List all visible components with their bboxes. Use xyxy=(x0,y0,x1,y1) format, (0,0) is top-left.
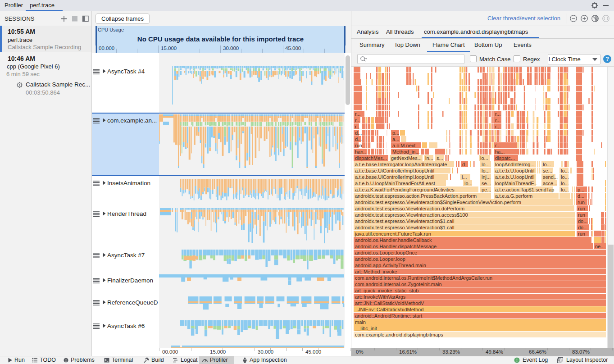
svg-text:se...: se... xyxy=(543,168,552,173)
svg-text:do...: do... xyxy=(578,218,587,224)
svg-text:lo...: lo... xyxy=(482,168,490,173)
svg-text:run: run xyxy=(578,212,585,218)
svg-text:run: run xyxy=(578,231,585,237)
svg-text:d: d xyxy=(462,162,465,167)
svg-text:lo...: lo... xyxy=(543,162,551,167)
svg-text:a.t.e.a.K.waitForPendingForegr: a.t.e.a.K.waitForPendingForegroundActivi… xyxy=(355,187,455,192)
svg-text:p...: p... xyxy=(392,130,399,136)
svg-text:a.t.e.b.U.loopUntil: a.t.e.b.U.loopUntil xyxy=(495,174,534,180)
svg-text:se...: se... xyxy=(482,181,491,186)
svg-text:androidx.test.espresso.ViewInt: androidx.test.espresso.ViewInteraction$1… xyxy=(355,218,455,224)
svg-text:in...: in... xyxy=(425,155,433,161)
svg-text:p...: p... xyxy=(578,187,584,192)
svg-text:Method_in...: Method_in... xyxy=(392,149,420,155)
svg-text:androidx.test.espresso.ViewInt: androidx.test.espresso.ViewInteraction$1… xyxy=(355,225,455,230)
svg-text:android.os.Looper.loopOnce: android.os.Looper.loopOnce xyxy=(355,250,417,255)
svg-text:r...: r... xyxy=(355,124,360,129)
svg-text:lo...: lo... xyxy=(561,168,569,173)
svg-text:art::InvokeWithVarArgs: art::InvokeWithVarArgs xyxy=(355,294,406,300)
svg-text:r...: r... xyxy=(495,111,500,117)
svg-text:androidx.test.espresso.action.: androidx.test.espresso.action.PressBackA… xyxy=(355,193,477,199)
svg-text:r...: r... xyxy=(495,124,500,129)
svg-text:a.t.e.a.G.perform: a.t.e.a.G.perform xyxy=(495,193,532,199)
svg-text:s...: s... xyxy=(437,155,443,161)
svg-text:android.os.Looper.loop: android.os.Looper.loop xyxy=(355,256,405,262)
svg-text:d...: d... xyxy=(578,193,584,199)
svg-text:ne...: ne... xyxy=(595,244,605,249)
svg-text:androidx.test.espresso.ViewInt: androidx.test.espresso.ViewInteraction$S… xyxy=(355,200,521,205)
svg-text:loopAndInterrog...: loopAndInterrog... xyxy=(495,162,534,167)
svg-text:art::Method_invoke: art::Method_invoke xyxy=(355,269,397,274)
svg-text:__libc_init: __libc_init xyxy=(355,326,377,331)
svg-text:android.os.Handler.dispatchMes: android.os.Handler.dispatchMessage xyxy=(355,244,437,249)
svg-text:a.o.M.next: a.o.M.next xyxy=(392,143,415,148)
svg-text:getNextMes...: getNextMes... xyxy=(391,155,422,161)
svg-text:a.t.e.base.UiControllerImpl.lo: a.t.e.base.UiControllerImpl.loopUntil xyxy=(355,168,434,173)
svg-text:r...: r... xyxy=(355,111,360,117)
svg-text:com.android.internal.os.Runtim: com.android.internal.os.RuntimeInit$Meth… xyxy=(355,275,492,281)
svg-text:a.t.e.b.U.loopUntil: a.t.e.b.U.loopUntil xyxy=(495,168,534,173)
svg-text:han...: han... xyxy=(355,149,368,155)
svg-text:d...: d... xyxy=(355,136,362,142)
svg-text:run: run xyxy=(578,206,585,211)
svg-text:do...: do... xyxy=(578,225,587,230)
svg-text:dispatchMes...: dispatchMes... xyxy=(355,155,387,161)
svg-text:r...: r... xyxy=(355,118,360,123)
svg-text:com.example.android.displaying: com.example.android.displayingbitmaps xyxy=(355,332,443,337)
svg-text:a.t.e.b.U.loopMainThreadForAtL: a.t.e.b.U.loopMainThreadForAtLeast xyxy=(355,181,435,186)
svg-text:lo...: lo... xyxy=(482,162,490,167)
svg-text:art_quick_invoke_static_stub: art_quick_invoke_static_stub xyxy=(355,288,418,293)
svg-text:lo...: lo... xyxy=(561,187,569,192)
svg-text:dispatc...: dispatc... xyxy=(495,155,515,161)
svg-text:ha...: ha... xyxy=(495,149,505,155)
svg-text:lo...: lo... xyxy=(561,181,569,186)
svg-text:lo...: lo... xyxy=(480,155,488,161)
svg-text:main: main xyxy=(355,319,366,325)
svg-text:inj...: inj... xyxy=(482,174,491,180)
svg-text:loopMainThreadF...: loopMainThreadF... xyxy=(495,181,537,186)
svg-text:com.android.internal.os.Zygote: com.android.internal.os.ZygoteInit.main xyxy=(355,282,442,287)
svg-text:androidx.test.espresso.ViewInt: androidx.test.espresso.ViewInteraction.d… xyxy=(355,206,464,211)
svg-text:pe...: pe... xyxy=(482,187,491,192)
svg-text:i...: i... xyxy=(462,174,467,180)
svg-text:android.os.Handler.handleCallb: android.os.Handler.handleCallback xyxy=(355,237,432,243)
svg-text:run: run xyxy=(578,200,585,205)
svg-text:a...: a... xyxy=(392,136,399,142)
svg-text:lo...: lo... xyxy=(561,174,569,180)
svg-text:art::JNI::CallStaticVoidMethod: art::JNI::CallStaticVoidMethodV xyxy=(355,300,424,306)
svg-text:run: run xyxy=(355,143,362,148)
svg-text:r...: r... xyxy=(495,143,500,148)
svg-text:acce...: acce... xyxy=(543,181,557,186)
svg-text:_JNIEnv::CallStaticVoidMethod: _JNIEnv::CallStaticVoidMethod xyxy=(355,307,423,312)
svg-text:a.t.e.action.Tap$1.sendTap: a.t.e.action.Tap$1.sendTap xyxy=(495,187,554,192)
svg-text:a.t.e.base.Interrogator.loopAn: a.t.e.base.Interrogator.loopAndInterroga… xyxy=(355,162,447,167)
svg-text:android.app.ActivityThread.mai: android.app.ActivityThread.main xyxy=(355,263,426,268)
svg-text:java.util.concurrent.FutureTas: java.util.concurrent.FutureTask.run xyxy=(355,231,431,237)
svg-text:lo...: lo... xyxy=(464,181,473,186)
svg-text:r...: r... xyxy=(495,118,500,123)
svg-text:a.t.e.base.UiControllerImpl.lo: a.t.e.base.UiControllerImpl.loopUntil xyxy=(355,174,434,180)
svg-text:androidx.test.espresso.ViewInt: androidx.test.espresso.ViewInteraction.a… xyxy=(355,212,468,218)
svg-text:d...: d... xyxy=(355,130,362,136)
svg-text:send...: send... xyxy=(543,174,558,180)
svg-text:android::AndroidRuntime::start: android::AndroidRuntime::start xyxy=(355,313,422,318)
